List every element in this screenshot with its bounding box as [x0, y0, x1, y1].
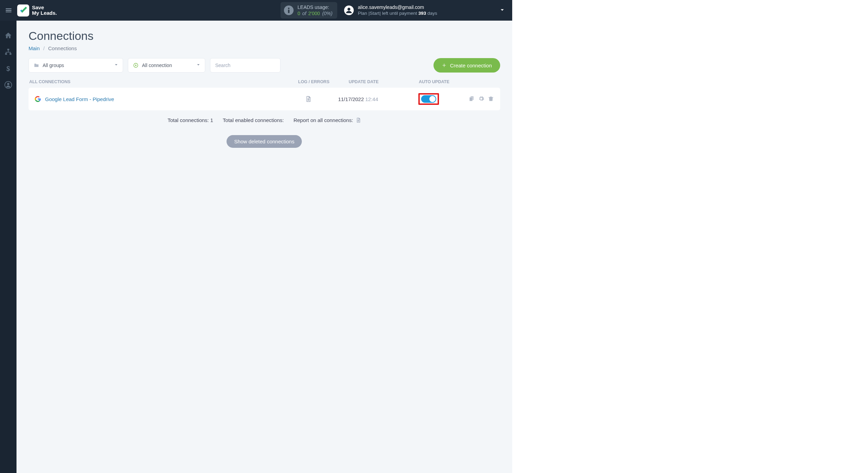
table-header: All connections Log / Errors Update date…	[29, 79, 500, 88]
chevron-down-icon[interactable]	[499, 7, 505, 14]
sidebar-item-home[interactable]	[4, 31, 13, 40]
play-circle-icon	[133, 63, 139, 68]
connection-name-link[interactable]: Google Lead Form - Pipedrive	[45, 96, 114, 102]
auto-update-toggle[interactable]	[421, 95, 436, 103]
chevron-down-icon	[196, 63, 201, 68]
settings-button[interactable]	[478, 96, 484, 103]
col-all-connections: All connections	[29, 79, 293, 84]
show-deleted-button[interactable]: Show deleted connections	[227, 135, 302, 148]
connection-filter-select[interactable]: All connection	[128, 58, 205, 73]
brand-text: Save My Leads.	[32, 5, 57, 16]
report-all-connections: Report on all connections:	[294, 117, 361, 123]
delete-button[interactable]	[488, 96, 494, 103]
summary-row: Total connections: 1 Total enabled conne…	[29, 117, 500, 123]
update-date: 11/17/202212:44	[329, 96, 387, 102]
connection-filter-label: All connection	[142, 63, 172, 68]
report-download-button[interactable]	[354, 117, 361, 123]
col-log-errors: Log / Errors	[293, 79, 334, 84]
log-errors-button[interactable]	[288, 96, 329, 102]
create-connection-label: Create connection	[450, 63, 492, 68]
page-title: Connections	[29, 29, 500, 43]
total-enabled-connections: Total enabled connections:	[223, 117, 284, 123]
breadcrumb-current: Connections	[48, 45, 77, 51]
topbar: Save My Leads. LEADS usage: 0 of 2'	[0, 0, 512, 21]
svg-rect-5	[10, 53, 11, 55]
copy-icon	[469, 96, 475, 102]
svg-rect-1	[288, 10, 289, 13]
account-plan: Plan |Start| left until payment 393 days	[358, 10, 437, 16]
leads-usage-box[interactable]: LEADS usage: 0 of 2'000 (0%)	[281, 2, 338, 19]
auto-update-highlight	[418, 93, 439, 105]
usage-value-line: 0 of 2'000 (0%)	[298, 10, 333, 16]
chevron-down-icon	[114, 63, 119, 68]
avatar-icon	[344, 6, 354, 15]
sidebar-item-billing[interactable]	[4, 64, 13, 73]
svg-rect-4	[5, 53, 7, 55]
create-connection-button[interactable]: Create connection	[433, 58, 500, 73]
sidebar-item-connections[interactable]	[4, 47, 13, 56]
svg-point-2	[348, 8, 350, 10]
copy-button[interactable]	[469, 96, 475, 103]
groups-select[interactable]: All groups	[29, 58, 123, 73]
sidebar	[0, 21, 17, 473]
usage-title: LEADS usage:	[298, 4, 333, 10]
folder-icon	[34, 63, 39, 68]
search-input[interactable]	[210, 58, 281, 73]
col-update-date: Update date	[334, 79, 393, 84]
total-connections: Total connections: 1	[167, 117, 213, 123]
groups-select-label: All groups	[43, 63, 64, 68]
checkmark-icon	[17, 4, 29, 16]
gear-icon	[478, 96, 484, 102]
account-menu[interactable]: alice.savemyleads@gmail.com Plan |Start|…	[344, 4, 437, 16]
col-auto-update: Auto update	[407, 79, 462, 84]
main-content: Connections Main / Connections All group…	[17, 21, 512, 473]
google-icon	[35, 96, 41, 102]
table-row: Google Lead Form - Pipedrive 11/17/20221…	[29, 88, 500, 110]
menu-toggle-icon[interactable]	[3, 5, 14, 15]
breadcrumb: Main / Connections	[29, 45, 500, 51]
account-email: alice.savemyleads@gmail.com	[358, 4, 437, 10]
svg-point-0	[288, 8, 289, 9]
brand-logo[interactable]: Save My Leads.	[17, 4, 57, 16]
breadcrumb-main-link[interactable]: Main	[29, 45, 40, 51]
sidebar-item-account[interactable]	[4, 80, 13, 89]
plus-icon	[442, 63, 447, 68]
document-icon	[305, 96, 311, 102]
blank-panel	[512, 0, 868, 473]
info-icon	[284, 6, 294, 15]
svg-point-7	[7, 83, 9, 85]
trash-icon	[488, 96, 494, 102]
svg-rect-3	[7, 49, 9, 51]
